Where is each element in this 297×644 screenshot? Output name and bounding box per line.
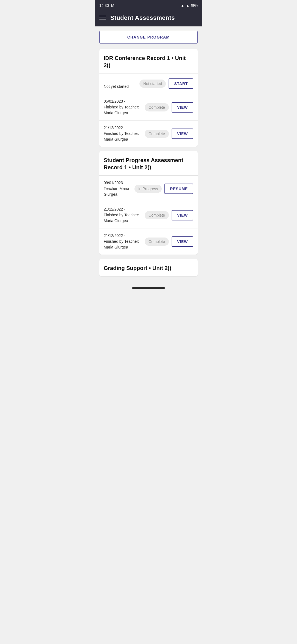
start-button[interactable]: START	[169, 78, 193, 89]
assessment-row-idr-2: 21/12/2022 -Finished by Teacher: Maria G…	[99, 121, 198, 147]
card-header-spar: Student Progress Assessment Record 1 • U…	[99, 151, 198, 176]
status-time: 14:30	[99, 3, 109, 8]
view-button-spar-2[interactable]: VIEW	[172, 236, 193, 247]
main-content: CHANGE PROGRAM IDR Conference Record 1 •…	[95, 26, 202, 285]
view-button-idr-1[interactable]: VIEW	[172, 102, 193, 113]
card-title-spar: Student Progress Assessment Record 1 • U…	[104, 157, 193, 171]
card-title-idr: IDR Conference Record 1 • Unit 2()	[104, 54, 193, 69]
assessment-row-not-started: Not yet started Not started START	[99, 73, 198, 94]
view-button-idr-2[interactable]: VIEW	[172, 129, 193, 139]
wifi-icon: ▲	[181, 4, 184, 8]
card-header-idr: IDR Conference Record 1 • Unit 2()	[99, 49, 198, 73]
row-info-in-progress: 09/01/2023 -Teacher: Maria Giurgea	[104, 180, 132, 197]
menu-button[interactable]	[99, 16, 106, 20]
status-badge-not-started: Not started	[139, 80, 166, 88]
assessment-row-spar-1: 21/12/2022 -Finished by Teacher: Maria G…	[99, 202, 198, 228]
resume-button[interactable]: RESUME	[164, 184, 193, 194]
menu-line-2	[99, 18, 106, 18]
view-button-spar-1[interactable]: VIEW	[172, 210, 193, 220]
home-indicator	[132, 287, 165, 289]
status-badge-complete-3: Complete	[145, 211, 169, 219]
status-bar-right: ▲ ▲ 89%	[181, 4, 198, 8]
assessment-card-idr: IDR Conference Record 1 • Unit 2() Not y…	[99, 49, 198, 147]
status-badge-in-progress: In Progress	[134, 185, 162, 193]
status-badge-complete-2: Complete	[145, 130, 169, 138]
row-info-not-started: Not yet started	[104, 78, 137, 89]
row-info-spar-1: 21/12/2022 -Finished by Teacher: Maria G…	[104, 206, 142, 224]
row-info-spar-2: 21/12/2022 -Finished by Teacher: Maria G…	[104, 233, 142, 250]
menu-line-1	[99, 16, 106, 16]
status-bar-left: 14:30 M	[99, 3, 114, 8]
card-header-grading: Grading Support • Unit 2()	[99, 259, 198, 276]
battery-icon: 89%	[191, 4, 198, 7]
email-icon: M	[111, 3, 114, 8]
assessment-card-spar: Student Progress Assessment Record 1 • U…	[99, 151, 198, 255]
signal-icon: ▲	[186, 4, 189, 8]
assessment-row-spar-2: 21/12/2022 -Finished by Teacher: Maria G…	[99, 228, 198, 255]
card-title-grading: Grading Support • Unit 2()	[104, 264, 193, 272]
status-badge-complete-1: Complete	[145, 103, 169, 111]
assessment-row-idr-1: 05/01/2023 -Finished by Teacher: Maria G…	[99, 94, 198, 121]
row-info-idr-1: 05/01/2023 -Finished by Teacher: Maria G…	[104, 99, 142, 116]
assessment-card-grading: Grading Support • Unit 2()	[99, 259, 198, 276]
app-header: Student Assessments	[95, 11, 202, 26]
bottom-nav-bar	[95, 285, 202, 292]
row-info-idr-2: 21/12/2022 -Finished by Teacher: Maria G…	[104, 125, 142, 142]
menu-line-3	[99, 20, 106, 20]
page-title: Student Assessments	[110, 14, 175, 21]
change-program-button[interactable]: CHANGE PROGRAM	[99, 31, 198, 43]
status-badge-complete-4: Complete	[145, 238, 169, 246]
assessment-row-in-progress: 09/01/2023 -Teacher: Maria Giurgea In Pr…	[99, 176, 198, 202]
status-bar: 14:30 M ▲ ▲ 89%	[95, 0, 202, 11]
